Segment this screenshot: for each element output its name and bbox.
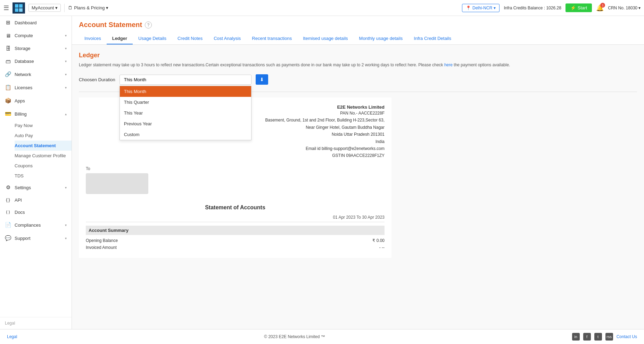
- legal-link[interactable]: Legal: [0, 317, 72, 329]
- sidebar-item-database[interactable]: 🗃 Database ▾: [0, 55, 72, 68]
- sidebar-item-apps[interactable]: 📦 Apps: [0, 94, 72, 107]
- sidebar-item-network[interactable]: 🔗 Network ▾: [0, 68, 72, 81]
- sidebar-sub-item-auto-pay[interactable]: Auto Pay: [15, 131, 72, 141]
- compute-chevron-icon: ▾: [65, 34, 67, 37]
- compliances-chevron-icon: ▾: [65, 223, 67, 227]
- layout: ⊞ Dashboard 🖥 Compute ▾ 🗄 Storage ▾ 🗃 Da…: [0, 16, 644, 329]
- compute-icon: 🖥: [5, 33, 11, 39]
- sidebar-item-api[interactable]: {} API: [0, 194, 72, 206]
- ledger-description: Ledger statement may take up to 3 hours …: [79, 62, 637, 68]
- opening-balance-label: Opening Balance: [86, 238, 118, 243]
- plans-icon: 🗒: [68, 5, 73, 10]
- tab-usage-details[interactable]: Usage Details: [133, 33, 172, 44]
- dropdown-option-this-year[interactable]: This Year: [120, 108, 251, 118]
- dropdown-option-this-month[interactable]: This Month: [120, 86, 251, 97]
- statement-date-range: 01 Apr 2023 To 30 Apr 2023: [86, 215, 385, 222]
- crn-dropdown[interactable]: CRN No. 18030 ▾: [608, 6, 641, 10]
- svg-rect-2: [15, 8, 18, 12]
- account-summary-header: Account Summary: [86, 226, 385, 235]
- billing-submenu: Pay Now Auto Pay Account Statement Manag…: [0, 120, 72, 181]
- copyright: © 2023 E2E Networks Limited ™: [264, 334, 325, 339]
- sidebar-sub-item-pay-now[interactable]: Pay Now: [15, 120, 72, 131]
- tab-invoices[interactable]: Invoices: [79, 33, 107, 44]
- recipient-redacted: [86, 173, 148, 194]
- here-link[interactable]: here: [444, 62, 453, 67]
- storage-chevron-icon: ▾: [65, 47, 67, 50]
- facebook-icon[interactable]: f: [583, 333, 591, 341]
- topbar-divider: [64, 4, 65, 12]
- sidebar-item-licenses[interactable]: 📋 Licenses ▾: [0, 81, 72, 94]
- topbar: ☰ MyAccount ▾ 🗒 Plans & Pricing ▾ 📍 Delh…: [0, 0, 644, 16]
- tab-credit-notes[interactable]: Credit Notes: [172, 33, 208, 44]
- api-icon: {}: [5, 198, 11, 203]
- duration-select[interactable]: This MonthThis QuarterThis YearPrevious …: [119, 75, 251, 85]
- compliances-icon: 📄: [5, 222, 11, 228]
- opening-balance-row: Opening Balance ₹ 0.00: [86, 237, 385, 244]
- location-icon: 📍: [466, 6, 471, 10]
- sidebar-item-settings[interactable]: ⚙ Settings ▾: [0, 181, 72, 194]
- duration-select-wrapper: This MonthThis QuarterThis YearPrevious …: [119, 75, 251, 85]
- network-chevron-icon: ▾: [65, 73, 67, 76]
- invoiced-amount-label: Invoiced Amount: [86, 245, 117, 250]
- infra-credits-balance: Infra Credits Balance : 1026.28: [504, 6, 561, 10]
- dashboard-icon: ⊞: [5, 19, 11, 26]
- twitter-icon[interactable]: t: [594, 333, 602, 341]
- network-icon: 🔗: [5, 71, 11, 77]
- sidebar-sub-item-manage-customer-profile[interactable]: Manage Customer Profile: [15, 151, 72, 161]
- tab-monthly-usage[interactable]: Monthly usage details: [354, 33, 408, 44]
- duration-label: Choosen Duration: [79, 77, 115, 82]
- page-header: Account Statement ? Invoices Ledger Usag…: [72, 16, 644, 45]
- database-icon: 🗃: [5, 58, 11, 64]
- dropdown-option-custom[interactable]: Custom: [120, 129, 251, 140]
- licenses-chevron-icon: ▾: [65, 86, 67, 90]
- sidebar-item-support[interactable]: 💬 Support ▾: [0, 232, 72, 245]
- sidebar-item-storage[interactable]: 🗄 Storage ▾: [0, 42, 72, 55]
- statement-title-section: Statement of Accounts: [86, 204, 385, 211]
- invoiced-amount-row: Invoiced Amount - --: [86, 244, 385, 251]
- plans-pricing-menu[interactable]: 🗒 Plans & Pricing ▾: [68, 5, 108, 10]
- docs-icon: (): [5, 210, 11, 215]
- tab-ledger[interactable]: Ledger: [107, 33, 133, 44]
- tab-cost-analysis[interactable]: Cost Analysis: [208, 33, 246, 44]
- hamburger-icon[interactable]: ☰: [3, 4, 9, 12]
- rss-icon[interactable]: rss: [605, 333, 613, 341]
- apps-icon: 📦: [5, 98, 11, 104]
- page-title: Account Statement ?: [79, 21, 637, 29]
- logo: [13, 2, 25, 14]
- tab-infra-credit[interactable]: Infra Credit Details: [408, 33, 457, 44]
- linkedin-icon[interactable]: in: [572, 333, 580, 341]
- region-selector[interactable]: 📍 Delhi-NCR ▾: [462, 4, 499, 12]
- sidebar-item-compliances[interactable]: 📄 Compliances ▾: [0, 218, 72, 232]
- sidebar-item-dashboard[interactable]: ⊞ Dashboard: [0, 16, 72, 29]
- to-section: To: [86, 166, 385, 194]
- dropdown-option-previous-year[interactable]: Previous Year: [120, 118, 251, 129]
- footer-social: in f t rss Contact Us: [572, 333, 637, 341]
- duration-dropdown-open: This Month This Quarter This Year Previo…: [119, 86, 251, 140]
- duration-row: Choosen Duration This MonthThis QuarterT…: [79, 74, 637, 85]
- support-icon: 💬: [5, 235, 11, 241]
- myaccount-dropdown[interactable]: MyAccount ▾: [28, 4, 61, 12]
- tab-recent-transactions[interactable]: Recent transactions: [246, 33, 297, 44]
- svg-rect-3: [19, 8, 23, 12]
- sidebar-item-docs[interactable]: () Docs: [0, 206, 72, 218]
- sidebar-item-compute[interactable]: 🖥 Compute ▾: [0, 29, 72, 42]
- sidebar-sub-item-coupons[interactable]: Coupons: [15, 161, 72, 171]
- svg-rect-1: [19, 4, 23, 8]
- contact-us-link[interactable]: Contact Us: [617, 334, 637, 339]
- notifications-bell[interactable]: 🔔 1: [596, 4, 604, 12]
- sidebar-item-billing[interactable]: 💳 Billing ▴: [0, 107, 72, 120]
- invoiced-amount-value: - --: [379, 245, 385, 250]
- download-button[interactable]: ⬇: [256, 74, 268, 85]
- dropdown-option-this-quarter[interactable]: This Quarter: [120, 97, 251, 108]
- legal-footer-link[interactable]: Legal: [7, 334, 17, 339]
- start-button[interactable]: ⚡ Start: [565, 3, 592, 12]
- tab-itemised-usage[interactable]: Itemised usage details: [297, 33, 353, 44]
- billing-icon: 💳: [5, 111, 11, 117]
- database-chevron-icon: ▾: [65, 59, 67, 63]
- help-icon[interactable]: ?: [145, 22, 152, 28]
- main-content: Account Statement ? Invoices Ledger Usag…: [72, 16, 644, 329]
- sidebar-sub-item-account-statement[interactable]: Account Statement: [15, 141, 72, 151]
- sidebar-sub-item-tds[interactable]: TDS: [15, 171, 72, 181]
- settings-icon: ⚙: [5, 184, 11, 191]
- support-chevron-icon: ▾: [65, 236, 67, 240]
